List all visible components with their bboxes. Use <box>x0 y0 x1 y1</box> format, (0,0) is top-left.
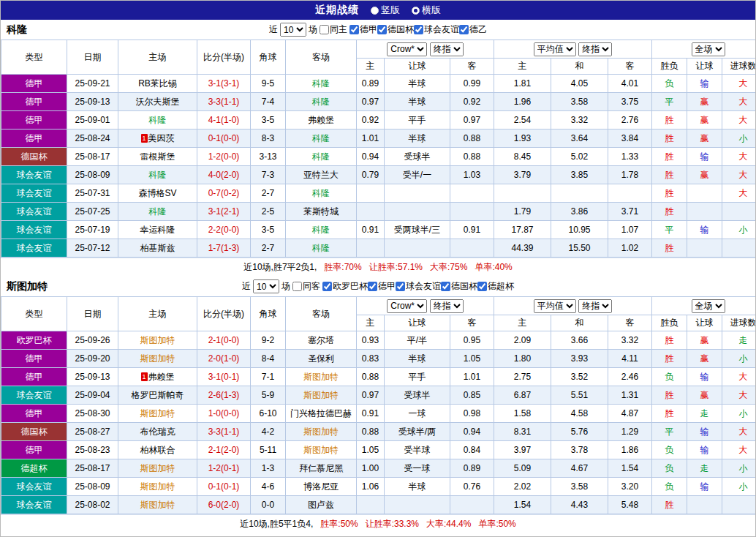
cell-text: 3.64 <box>571 133 588 143</box>
match-row: 球会友谊25-08-09斯图加特0-1(0-1)4-6博洛尼亚1.06半球0.7… <box>1 478 756 496</box>
league-filter-1[interactable]: 德国杯 <box>377 23 414 36</box>
cell-type: 球会友谊 <box>1 166 67 184</box>
cell-o1 <box>357 496 385 514</box>
league-checkbox[interactable] <box>414 25 423 34</box>
cell-corners: 2-7 <box>251 239 286 258</box>
league-checkbox[interactable] <box>441 282 450 291</box>
cell-home: 幸运科隆 <box>118 221 197 239</box>
league-checkbox[interactable] <box>368 282 377 291</box>
cell-text: 3-13 <box>259 151 276 162</box>
col-header-date: 日期 <box>67 40 118 75</box>
avg-final-select[interactable]: 终指 <box>578 42 612 56</box>
cell-text: RB莱比锡 <box>138 78 177 89</box>
cell-text: 平 <box>665 97 674 107</box>
cell-a1: 8.31 <box>494 423 551 441</box>
cell-ohc: 半球 <box>385 75 450 93</box>
handicap-win-rate: 让胜率:57.1% <box>369 261 423 274</box>
scope-select[interactable]: 全场 <box>692 42 725 56</box>
cell-text: 4.67 <box>571 463 588 473</box>
layout-vertical-option[interactable]: 竖版 <box>371 4 400 17</box>
cell-text: 德国杯 <box>21 151 48 162</box>
cell-text: 德甲 <box>26 408 43 418</box>
cell-text: 1.07 <box>621 225 638 235</box>
cell-rhc: 赢 <box>687 166 722 184</box>
cell-a1: 2.09 <box>494 331 551 350</box>
cell-rg: 大 <box>722 184 756 203</box>
cell-text: 2.46 <box>621 372 638 382</box>
layout-horizontal-option[interactable]: 横版 <box>412 4 441 17</box>
layout-horizontal-radio[interactable] <box>412 7 420 15</box>
odd-rate: 单率:40% <box>475 261 512 274</box>
league-filter-0[interactable]: 德甲 <box>349 23 377 36</box>
odds-source-select[interactable]: Crow* <box>387 42 427 56</box>
cell-date: 25-08-30 <box>67 405 118 423</box>
cell-text: 10.95 <box>568 225 590 235</box>
col-header-avg-draw: 和 <box>551 59 608 75</box>
cell-text: 1-2(0-0) <box>208 151 240 162</box>
same-venue-filter[interactable]: 同主 <box>320 23 347 36</box>
cell-ohc: 半球 <box>385 350 450 368</box>
same-venue-checkbox[interactable] <box>320 25 329 34</box>
cell-text: 1.78 <box>621 170 638 180</box>
layout-vertical-radio[interactable] <box>371 7 379 15</box>
league-filter-4[interactable]: 德超杯 <box>477 280 514 293</box>
recent-count-select[interactable]: 10 <box>280 23 306 37</box>
cell-text: 3-3(1-1) <box>208 427 240 437</box>
league-label: 球会友谊 <box>424 23 459 36</box>
match-row: 德甲25-09-21RB莱比锡3-1(3-1)9-5科隆0.89半球0.991.… <box>1 75 756 93</box>
cell-ohc <box>385 203 450 221</box>
near-label: 近 <box>242 280 251 293</box>
cell-text: 0.88 <box>464 151 480 162</box>
cell-text: 球会友谊 <box>17 188 52 198</box>
odds-final-select[interactable]: 终指 <box>430 42 464 56</box>
cell-text: 大 <box>739 445 748 455</box>
league-checkbox[interactable] <box>349 25 359 34</box>
cell-text: 拜仁慕尼黑 <box>299 463 343 473</box>
cell-a2: 1.86 <box>608 441 652 459</box>
avg-source-select[interactable]: 平均值 <box>534 299 576 313</box>
cell-score: 4-0(2-0) <box>197 166 251 184</box>
cell-text: 2-7 <box>262 243 274 253</box>
league-checkbox[interactable] <box>322 282 332 291</box>
odds-source-select[interactable]: Crow* <box>387 299 427 313</box>
cell-a2: 1.02 <box>608 239 652 258</box>
league-filter-3[interactable]: 德乙 <box>459 23 487 36</box>
cell-text: 2-7 <box>262 188 274 198</box>
cell-corners: 3-5 <box>251 111 286 129</box>
cell-o1: 0.97 <box>357 386 385 405</box>
handicap-win-rate: 让胜率:33.3% <box>366 518 419 530</box>
recent-count-select[interactable]: 10 <box>253 279 279 293</box>
league-checkbox[interactable] <box>396 282 405 291</box>
odds-final-select[interactable]: 终指 <box>430 299 464 313</box>
same-venue-filter[interactable]: 同客 <box>292 280 320 293</box>
cell-ax: 4.43 <box>551 496 608 514</box>
cell-text: 25-08-24 <box>75 133 110 143</box>
league-filter-2[interactable]: 球会友谊 <box>396 280 441 293</box>
scope-select[interactable]: 全场 <box>692 299 725 313</box>
league-checkbox[interactable] <box>377 25 387 34</box>
league-filter-0[interactable]: 欧罗巴杯 <box>322 280 368 293</box>
cell-away: 博洛尼亚 <box>286 478 357 496</box>
cell-text: 输 <box>700 372 709 382</box>
cell-text: 大 <box>739 115 748 125</box>
same-venue-checkbox[interactable] <box>292 282 302 291</box>
league-checkbox[interactable] <box>459 25 469 34</box>
cell-rhc: 输 <box>687 148 722 166</box>
cell-text: 25-08-09 <box>75 170 110 180</box>
cell-away: 科隆 <box>286 93 357 111</box>
cell-text: 0.91 <box>464 225 480 235</box>
cell-date: 25-09-01 <box>67 111 118 129</box>
cell-type: 德国杯 <box>1 423 67 441</box>
cell-ohc: 受球半 <box>385 386 450 405</box>
cell-text: 科隆 <box>149 115 167 125</box>
cell-date: 25-09-26 <box>67 331 118 350</box>
league-filter-1[interactable]: 德甲 <box>368 280 396 293</box>
league-filter-2[interactable]: 球会友谊 <box>414 23 459 36</box>
cell-text: 1.00 <box>362 463 379 473</box>
avg-final-select[interactable]: 终指 <box>578 299 612 313</box>
cell-text: 15.50 <box>568 243 590 253</box>
cell-a1: 6.87 <box>494 386 551 405</box>
avg-source-select[interactable]: 平均值 <box>534 42 576 56</box>
league-filter-3[interactable]: 德国杯 <box>441 280 477 293</box>
league-checkbox[interactable] <box>477 282 487 291</box>
